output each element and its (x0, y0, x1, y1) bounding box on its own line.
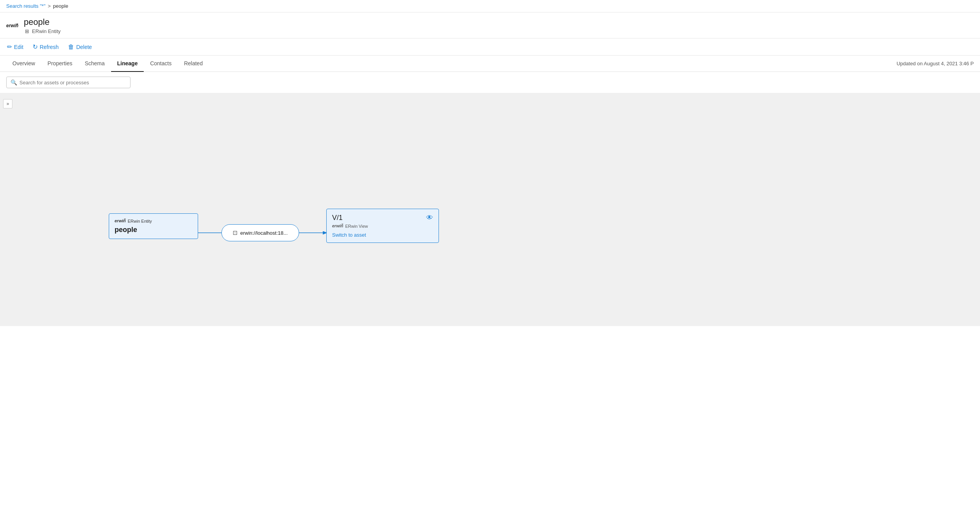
page-header: erwiñ people ⊞ ERwin Entity (0, 12, 980, 38)
lineage-area: erwiñ ERwin Entity people ⊡ erwin://loc… (0, 93, 980, 326)
node-people-header: erwiñ ERwin Entity (115, 218, 192, 223)
entity-type-label: ERwin Entity (32, 28, 61, 34)
node-process: ⊡ erwin://localhost:18... (221, 224, 299, 241)
erwin-logo: erwiñ (6, 23, 18, 28)
node-v1-subtitle: erwiñ ERwin View (332, 223, 433, 229)
node-v1: V/1 👁 erwiñ ERwin View Switch to asset (326, 209, 439, 243)
refresh-label: Refresh (40, 44, 59, 50)
tab-overview[interactable]: Overview (6, 56, 41, 72)
node-v1-type: ERwin View (345, 224, 368, 229)
search-container: 🔍 (0, 72, 980, 93)
toolbar: ✏ Edit ↻ Refresh 🗑 Delete (0, 38, 980, 56)
header-title-block: people ⊞ ERwin Entity (24, 17, 61, 34)
eye-icon[interactable]: 👁 (426, 214, 433, 222)
node-people: erwiñ ERwin Entity people (109, 213, 198, 239)
node-people-name: people (115, 226, 192, 234)
tabs-bar: Overview Properties Schema Lineage Conta… (0, 56, 980, 72)
node-people-type: ERwin Entity (128, 219, 152, 223)
tab-schema[interactable]: Schema (78, 56, 111, 72)
edit-icon: ✏ (7, 43, 12, 51)
switch-to-asset-link[interactable]: Switch to asset (332, 232, 366, 238)
node-v1-brand: erwiñ (332, 223, 343, 229)
node-people-brand: erwiñ (115, 218, 126, 223)
edit-label: Edit (14, 44, 23, 50)
delete-button[interactable]: 🗑 Delete (67, 42, 92, 52)
header-subtitle: ⊞ ERwin Entity (24, 28, 61, 34)
updated-timestamp: Updated on August 4, 2021 3:46 P (896, 61, 974, 66)
breadcrumb-search-link[interactable]: Search results "*" (6, 3, 45, 9)
search-input[interactable] (19, 80, 126, 86)
breadcrumb: Search results "*" > people (0, 0, 980, 12)
connector-svg (0, 93, 980, 326)
breadcrumb-current: people (53, 3, 68, 9)
refresh-icon: ↻ (33, 43, 38, 51)
edit-button[interactable]: ✏ Edit (6, 42, 24, 52)
tab-properties[interactable]: Properties (41, 56, 78, 72)
lineage-canvas: » erwiñ ERwin Entity people ⊡ erw (0, 93, 980, 326)
delete-icon: 🗑 (68, 44, 74, 51)
node-v1-title: V/1 (332, 214, 343, 222)
tab-contacts[interactable]: Contacts (144, 56, 178, 72)
breadcrumb-separator: > (48, 3, 51, 9)
process-label: erwin://localhost:18... (240, 230, 287, 236)
entity-icon: ⊞ (24, 28, 30, 34)
search-icon: 🔍 (10, 79, 17, 86)
page-title: people (24, 17, 61, 27)
delete-label: Delete (76, 44, 92, 50)
tab-lineage[interactable]: Lineage (111, 56, 144, 72)
process-icon: ⊡ (233, 229, 238, 236)
search-box: 🔍 (6, 77, 131, 88)
tab-related[interactable]: Related (178, 56, 209, 72)
refresh-button[interactable]: ↻ Refresh (32, 42, 59, 52)
node-v1-top: V/1 👁 (332, 214, 433, 222)
